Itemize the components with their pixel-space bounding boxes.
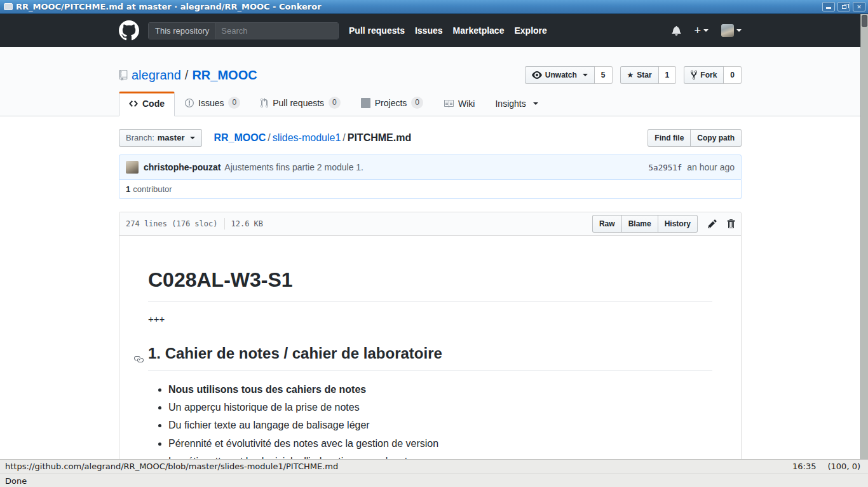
github-nav: Pull requests Issues Marketplace Explore: [349, 25, 547, 36]
history-button[interactable]: History: [658, 215, 698, 233]
restore-button[interactable]: [837, 2, 850, 11]
statusbar-clock: 16:35: [792, 462, 816, 471]
list-item: Pérennité et évolutivité des notes avec …: [168, 435, 712, 453]
breadcrumb-current-file: PITCHME.md: [348, 132, 411, 143]
pull-requests-count-badge: 0: [329, 97, 341, 109]
pencil-icon: [708, 219, 717, 229]
statusbar-url: https://github.com/alegrand/RR_MOOC/blob…: [5, 462, 792, 471]
repo-title-separator: /: [185, 68, 189, 83]
list-item: Les étiquettes et les logiciels d'indexa…: [168, 453, 712, 459]
breadcrumb: RR_MOOC/slides-module1/PITCHME.md: [214, 132, 648, 144]
window-icon: [4, 3, 13, 10]
star-button[interactable]: ★ Star: [620, 66, 659, 84]
delete-file-button[interactable]: [727, 219, 735, 229]
star-group: ★ Star 1: [620, 66, 677, 84]
github-header: This repository Pull requests Issues Mar…: [0, 14, 860, 47]
tab-projects[interactable]: Projects 0: [351, 89, 433, 116]
search-input[interactable]: [216, 23, 338, 39]
repo-name-link[interactable]: RR_MOOC: [192, 68, 257, 83]
scrollbar-thumb[interactable]: [862, 15, 867, 27]
eye-icon: [532, 70, 542, 80]
forks-count[interactable]: 0: [724, 66, 742, 84]
minimize-button[interactable]: [822, 2, 835, 11]
nav-pull-requests[interactable]: Pull requests: [349, 25, 405, 36]
restore-icon: [842, 5, 846, 9]
edit-file-button[interactable]: [708, 219, 717, 229]
tab-issues[interactable]: Issues 0: [175, 89, 250, 116]
notifications-bell-icon[interactable]: [672, 25, 681, 36]
tab-code[interactable]: Code: [119, 92, 175, 116]
window-controls: ✕: [822, 2, 865, 11]
caret-down-icon: [533, 102, 538, 105]
branch-select-button[interactable]: Branch: master: [119, 129, 202, 147]
repo-icon: [119, 70, 128, 81]
breadcrumb-separator: /: [341, 132, 347, 143]
contributors-label: contributor: [133, 184, 172, 194]
caret-down-icon: [190, 137, 195, 139]
branch-label: Branch:: [126, 132, 154, 144]
nav-explore[interactable]: Explore: [514, 25, 546, 36]
repo-owner-link[interactable]: alegrand: [132, 68, 181, 83]
latest-commit-bar: christophe-pouzat Ajustements fins parti…: [119, 154, 742, 180]
create-new-menu[interactable]: +: [694, 25, 709, 36]
statusbar-scroll-position: (100, 0): [828, 462, 861, 471]
watch-group: Unwatch 5: [525, 66, 613, 84]
caret-down-icon: [583, 74, 588, 76]
caret-down-icon: [703, 29, 709, 32]
github-header-right: +: [672, 24, 742, 37]
file-nav-actions: Find file Copy path: [648, 129, 742, 147]
plus-icon: +: [694, 25, 701, 36]
window-title: RR_MOOC/PITCHME.md at master · alegrand/…: [16, 2, 822, 11]
repo-title: alegrand / RR_MOOC: [119, 68, 257, 83]
contributors-count: 1: [126, 184, 130, 194]
browser-statusbar: https://github.com/alegrand/RR_MOOC/blob…: [0, 459, 868, 487]
commit-author-link[interactable]: christophe-pouzat: [144, 162, 220, 172]
user-menu[interactable]: [721, 24, 742, 37]
tab-pull-requests[interactable]: Pull requests 0: [250, 89, 351, 116]
window-titlebar: RR_MOOC/PITCHME.md at master · alegrand/…: [0, 0, 868, 14]
unwatch-button[interactable]: Unwatch: [525, 66, 595, 84]
main-content: Branch: master RR_MOOC/slides-module1/PI…: [119, 116, 742, 459]
code-icon: [129, 99, 138, 109]
breadcrumb-repo-link[interactable]: RR_MOOC: [214, 132, 266, 143]
branch-name: master: [158, 132, 185, 144]
file-info-divider: [224, 218, 225, 230]
projects-count-badge: 0: [411, 97, 423, 109]
fork-button[interactable]: Fork: [684, 66, 724, 84]
document-title-heading: C028AL-W3-S1: [148, 264, 712, 302]
commit-message[interactable]: Ajustements fins partie 2 module 1.: [224, 162, 363, 172]
copy-path-button[interactable]: Copy path: [690, 129, 742, 147]
nav-issues[interactable]: Issues: [415, 25, 443, 36]
raw-button[interactable]: Raw: [592, 215, 622, 233]
markdown-document: C028AL-W3-S1 +++ 1. Cahier de notes / ca…: [119, 236, 741, 459]
commit-sha-link[interactable]: 5a2951f: [649, 163, 682, 172]
stars-count[interactable]: 1: [659, 66, 677, 84]
tab-insights[interactable]: Insights: [485, 91, 548, 116]
repo-actions: Unwatch 5 ★ Star 1 Fork: [525, 66, 742, 84]
watchers-count[interactable]: 5: [595, 66, 613, 84]
find-file-button[interactable]: Find file: [648, 129, 691, 147]
heading-anchor[interactable]: [133, 348, 144, 371]
contributors-link[interactable]: 1contributor: [119, 180, 742, 199]
web-page: This repository Pull requests Issues Mar…: [0, 14, 860, 459]
caret-down-icon: [736, 29, 742, 32]
breadcrumb-dir-link[interactable]: slides-module1: [273, 132, 341, 143]
fork-group: Fork 0: [684, 66, 742, 84]
issues-count-badge: 0: [228, 97, 240, 109]
search-box[interactable]: This repository: [148, 22, 339, 39]
blame-button[interactable]: Blame: [621, 215, 658, 233]
github-logo-icon[interactable]: [119, 20, 139, 41]
section-heading: 1. Cahier de notes / cahier de laboratoi…: [148, 342, 712, 371]
file-navigation: Branch: master RR_MOOC/slides-module1/PI…: [119, 129, 742, 147]
vertical-scrollbar[interactable]: [860, 14, 868, 459]
issue-icon: [185, 98, 194, 108]
close-button[interactable]: ✕: [853, 2, 865, 11]
tab-wiki[interactable]: Wiki: [433, 91, 485, 116]
statusbar-load-status: Done: [5, 476, 27, 486]
file-size: 12.6 KB: [231, 219, 264, 228]
nav-marketplace[interactable]: Marketplace: [453, 25, 505, 36]
file-view-box: 274 lines (176 sloc) 12.6 KB Raw Blame H…: [119, 212, 742, 459]
commit-time: an hour ago: [687, 162, 735, 172]
repo-header-section: alegrand / RR_MOOC Unwatch 5 ★ Star: [0, 47, 860, 116]
commit-author-avatar[interactable]: [126, 161, 139, 174]
